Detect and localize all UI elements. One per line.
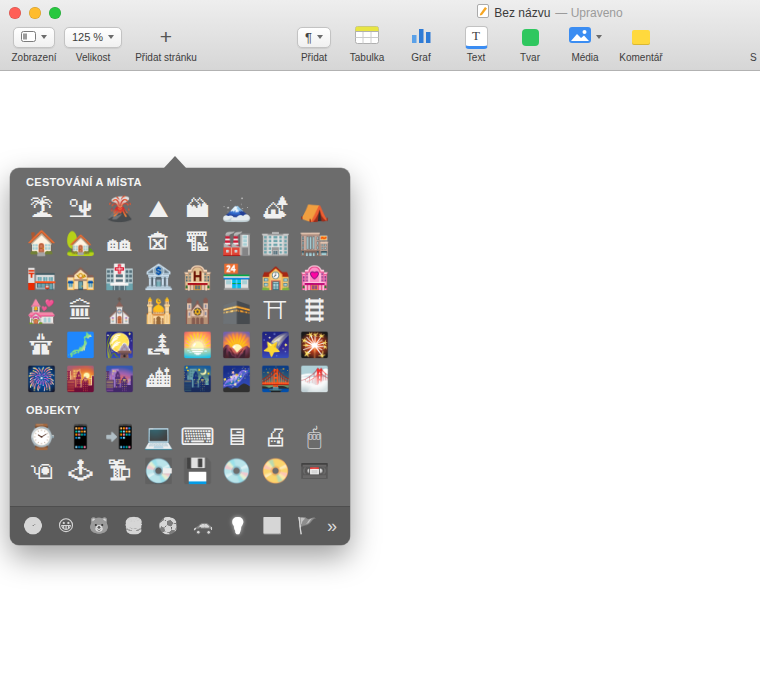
chart-button[interactable]: Graf (397, 25, 445, 63)
view-button[interactable]: Zobrazení (6, 25, 62, 63)
emoji-item[interactable]: 💿 (220, 454, 254, 488)
objects-section: OBJEKTY ⌚ 📱 📲 💻 ⌨ 🖥 🖨 🖱 (22, 404, 340, 488)
emoji-item[interactable]: 🕋 (220, 294, 254, 328)
category-tabs: 🕑 😀 🐻 🍔 ⚽ 🚗 💡 🔣 🚩 (23, 518, 317, 534)
emoji-scroll-area[interactable]: CESTOVÁNÍ A MÍSTA 🏝 🏜 🌋 ⛰ 🏔 🗻 🏕 (10, 168, 350, 507)
category-tab-icon[interactable]: 🍔 (124, 518, 144, 534)
emoji-item[interactable]: 📼 (298, 454, 332, 488)
emoji-item[interactable]: 🗾 (64, 328, 98, 362)
zoom-level-button[interactable]: 125 % Velikost (63, 25, 123, 63)
emoji-item[interactable]: 🏠 (25, 226, 59, 260)
category-tab-icon[interactable]: 💡 (228, 518, 248, 534)
table-button[interactable]: Tabulka (343, 25, 391, 63)
pilcrow-icon: ¶ (305, 30, 312, 45)
category-tab-icon[interactable]: 🐻 (89, 518, 109, 534)
emoji-item[interactable]: 🎆 (25, 362, 59, 396)
emoji-item[interactable]: 🏘 (103, 226, 137, 260)
category-tab-icon[interactable]: 🚗 (193, 518, 213, 534)
emoji-item[interactable]: 🗻 (220, 192, 254, 226)
emoji-item[interactable]: 🌠 (259, 328, 293, 362)
category-tab-icon[interactable]: 🚩 (297, 518, 317, 534)
minimize-button[interactable] (29, 7, 41, 19)
emoji-item[interactable]: 🖨 (259, 420, 293, 454)
emoji-item[interactable]: 🌇 (64, 362, 98, 396)
more-categories-button[interactable]: » (327, 516, 337, 537)
zoom-button[interactable] (49, 7, 61, 19)
emoji-item[interactable]: 📱 (64, 420, 98, 454)
emoji-item[interactable]: 🎇 (298, 328, 332, 362)
media-button[interactable]: Média (557, 25, 613, 63)
travel-section: CESTOVÁNÍ A MÍSTA 🏝 🏜 🌋 ⛰ 🏔 🗻 🏕 (22, 176, 340, 396)
emoji-item[interactable]: 🏜 (64, 192, 98, 226)
emoji-item[interactable]: 🏫 (259, 260, 293, 294)
emoji-item[interactable]: 🏤 (64, 260, 98, 294)
emoji-item[interactable]: 📲 (103, 420, 137, 454)
emoji-item[interactable]: 💻 (142, 420, 176, 454)
emoji-item[interactable]: 🏚 (142, 226, 176, 260)
emoji-item[interactable]: 🏥 (103, 260, 137, 294)
text-button[interactable]: T Text (452, 25, 500, 63)
emoji-item[interactable]: 🕍 (181, 294, 215, 328)
emoji-item[interactable]: 🏙 (142, 362, 176, 396)
text-icon: T (465, 26, 488, 49)
emoji-item[interactable]: ⛪ (103, 294, 137, 328)
category-tab-icon[interactable]: ⚽ (158, 518, 178, 534)
category-tab-icon[interactable]: 😀 (58, 518, 75, 534)
emoji-item[interactable]: 🖲 (25, 454, 59, 488)
add-page-button[interactable]: + Přidat stránku (126, 25, 206, 63)
emoji-item[interactable]: ⛰ (142, 192, 176, 226)
emoji-item[interactable]: 🎑 (103, 328, 137, 362)
section-title-travel: CESTOVÁNÍ A MÍSTA (26, 176, 340, 188)
emoji-item[interactable]: 🏕 (259, 192, 293, 226)
emoji-item[interactable]: 🏩 (298, 260, 332, 294)
emoji-item[interactable]: 📀 (259, 454, 293, 488)
emoji-item[interactable]: 🛤 (298, 294, 332, 328)
emoji-item[interactable]: 🏞 (142, 328, 176, 362)
emoji-item[interactable]: 🏦 (142, 260, 176, 294)
category-tab-icon[interactable]: 🔣 (262, 518, 282, 534)
emoji-item[interactable]: 🛣 (25, 328, 59, 362)
emoji-item[interactable]: 🏪 (220, 260, 254, 294)
emoji-item[interactable]: 🏬 (298, 226, 332, 260)
emoji-item[interactable]: 🏭 (220, 226, 254, 260)
emoji-item[interactable]: 🌄 (220, 328, 254, 362)
close-button[interactable] (9, 7, 21, 19)
emoji-item[interactable]: 🏣 (25, 260, 59, 294)
emoji-item[interactable]: 🌌 (220, 362, 254, 396)
emoji-item[interactable]: ⛺ (298, 192, 332, 226)
share-button-clipped[interactable]: S (750, 25, 760, 63)
insert-button[interactable]: ¶ Přidat (290, 25, 338, 63)
emoji-item[interactable]: 🕌 (142, 294, 176, 328)
emoji-item[interactable]: 🌁 (298, 362, 332, 396)
chart-icon (410, 26, 432, 48)
category-tab-icon[interactable]: 🕑 (23, 518, 43, 534)
emoji-item[interactable]: 🖱 (298, 420, 332, 454)
emoji-item[interactable]: 🏢 (259, 226, 293, 260)
emoji-item[interactable]: 💾 (181, 454, 215, 488)
emoji-item[interactable]: 🏨 (181, 260, 215, 294)
emoji-item[interactable]: 🌆 (103, 362, 137, 396)
emoji-item[interactable]: 🌋 (103, 192, 137, 226)
emoji-item[interactable]: 💒 (25, 294, 59, 328)
emoji-item[interactable]: 🏔 (181, 192, 215, 226)
shape-icon (522, 29, 539, 46)
emoji-item[interactable]: 🌃 (181, 362, 215, 396)
shape-button[interactable]: Tvar (506, 25, 554, 63)
section-title-objects: OBJEKTY (26, 404, 340, 416)
emoji-item[interactable]: ⌨ (181, 420, 215, 454)
emoji-item[interactable]: 🏛 (64, 294, 98, 328)
emoji-item[interactable]: 🏡 (64, 226, 98, 260)
emoji-item[interactable]: 💽 (142, 454, 176, 488)
emoji-item[interactable]: 🕹 (64, 454, 98, 488)
emoji-item[interactable]: ⌚ (25, 420, 59, 454)
emoji-item[interactable]: 🏝 (25, 192, 59, 226)
emoji-item[interactable]: 🖥 (220, 420, 254, 454)
emoji-item[interactable]: 🌉 (259, 362, 293, 396)
emoji-item[interactable]: 🏗 (181, 226, 215, 260)
plus-icon: + (160, 27, 172, 47)
emoji-item[interactable]: ⛩ (259, 294, 293, 328)
emoji-item[interactable]: 🌅 (181, 328, 215, 362)
emoji-item[interactable]: 🗜 (103, 454, 137, 488)
category-bar: 🕑 😀 🐻 🍔 ⚽ 🚗 💡 🔣 🚩 » (10, 506, 350, 545)
comment-button[interactable]: Komentář (613, 25, 669, 63)
